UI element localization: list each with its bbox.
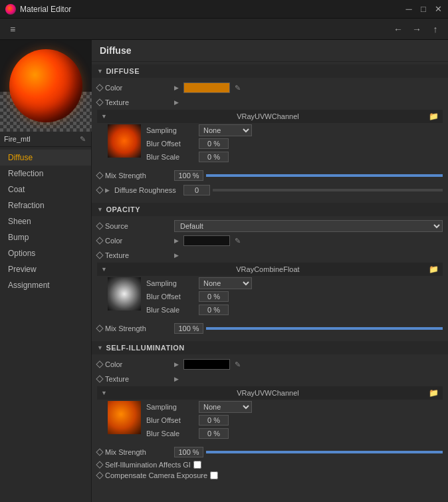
minimize-button[interactable]: ─ (404, 5, 413, 14)
opacity-channel-name: VRayCombineFloat (110, 265, 426, 273)
opacity-blur-scale-value[interactable]: 0 % (199, 305, 229, 315)
diffuse-color-row: Color ▶ ✎ (92, 80, 448, 95)
si-blur-scale-label: Blur Scale (146, 430, 196, 438)
si-channel-dropdown[interactable]: ▼ (101, 390, 107, 396)
sidebar-item-bump[interactable]: Bump (0, 229, 91, 245)
si-affects-gi-checkbox[interactable] (193, 461, 201, 469)
diffuse-texture-expand[interactable]: ▶ (174, 99, 181, 106)
si-sampling-label: Sampling (146, 403, 196, 411)
back-button[interactable]: ← (391, 22, 405, 37)
si-mix-slider[interactable] (206, 451, 443, 453)
section-si-header[interactable]: ▼ SELF-ILLUMINATION (92, 341, 448, 354)
opacity-texture-label: Texture (105, 251, 171, 259)
menu-button[interactable]: ≡ (5, 22, 20, 37)
si-channel-folder-icon[interactable]: 📁 (429, 388, 439, 398)
opacity-source-diamond (96, 222, 103, 229)
si-blur-offset-label: Blur Offset (146, 416, 196, 424)
opacity-mix-label: Mix Strength (105, 324, 171, 332)
sidebar-item-coat[interactable]: Coat (0, 182, 91, 197)
opacity-blur-scale-row: Blur Scale 0 % (146, 304, 443, 316)
opacity-channel-bar: ▼ VRayCombineFloat 📁 (97, 263, 443, 276)
opacity-color-edit-icon[interactable]: ✎ (233, 236, 242, 245)
opacity-channel-dropdown[interactable]: ▼ (101, 266, 107, 273)
section-opacity-header[interactable]: ▼ OPACITY (92, 203, 448, 216)
si-blur-scale-value[interactable]: 0 % (199, 428, 229, 439)
diffuse-color-label: Color (105, 84, 171, 92)
app-icon (5, 4, 16, 15)
diffuse-collapse-icon: ▼ (97, 68, 103, 74)
diffuse-channel-name: VRayUVWChannel (110, 112, 426, 120)
diffuse-roughness-slider[interactable] (213, 189, 443, 191)
window-title: Material Editor (20, 5, 71, 14)
opacity-mix-slider[interactable] (206, 327, 443, 330)
sidebar-item-reflection[interactable]: Reflection (0, 166, 91, 182)
sidebar-item-refraction[interactable]: Refraction (0, 197, 91, 213)
opacity-section-label: OPACITY (106, 205, 140, 213)
opacity-texture-block: Sampling None Blur Offset 0 % Blur Scale… (92, 276, 448, 321)
close-button[interactable]: ✕ (433, 5, 443, 14)
sidebar-item-sheen[interactable]: Sheen (0, 213, 91, 229)
si-affects-gi-diamond (96, 461, 103, 468)
diffuse-roughness-diamond (96, 186, 103, 193)
diffuse-color-diamond (96, 84, 103, 91)
si-color-edit-icon[interactable]: ✎ (233, 360, 242, 369)
opacity-mix-fill (206, 327, 443, 330)
si-texture-row: Texture ▶ (92, 372, 448, 386)
diffuse-blur-scale-label: Blur Scale (146, 153, 196, 161)
preview-sphere (9, 49, 82, 122)
diffuse-texture-thumb (108, 124, 141, 158)
sidebar-item-assignment[interactable]: Assignment (0, 277, 91, 293)
diffuse-texture-block: Sampling None Blur Offset 0 % Blur Scale… (92, 123, 448, 168)
opacity-texture-expand[interactable]: ▶ (174, 252, 181, 259)
forward-button[interactable]: → (409, 22, 424, 37)
section-diffuse-header[interactable]: ▼ DIFFUSE (92, 64, 448, 78)
diffuse-mix-value[interactable]: 100 % (174, 170, 203, 181)
si-color-label: Color (105, 360, 171, 368)
diffuse-mix-slider[interactable] (206, 174, 443, 177)
opacity-channel-folder-icon[interactable]: 📁 (429, 265, 439, 274)
si-channel-bar: ▼ VRayUVWChannel 📁 (97, 386, 443, 400)
opacity-blur-offset-value[interactable]: 0 % (199, 291, 229, 302)
si-texture-expand[interactable]: ▶ (174, 376, 181, 382)
diffuse-channel-folder-icon[interactable]: 📁 (429, 112, 439, 121)
si-compensate-checkbox[interactable] (210, 471, 218, 479)
up-button[interactable]: ↑ (428, 22, 443, 37)
si-mix-value[interactable]: 100 % (174, 447, 203, 457)
sidebar-item-options[interactable]: Options (0, 245, 91, 261)
content-area: Diffuse ▼ DIFFUSE Color ▶ ✎ Textur (92, 40, 448, 502)
diffuse-color-swatch[interactable] (183, 82, 230, 93)
diffuse-blur-scale-value[interactable]: 0 % (199, 152, 229, 162)
diffuse-roughness-value[interactable]: 0 (183, 185, 210, 195)
diffuse-sampling-select[interactable]: None (199, 124, 252, 136)
si-color-row: Color ▶ ✎ (92, 357, 448, 372)
diffuse-channel-dropdown[interactable]: ▼ (101, 113, 107, 120)
diffuse-blur-offset-value[interactable]: 0 % (199, 138, 229, 149)
diffuse-color-expand[interactable]: ▶ (174, 84, 181, 91)
si-sampling-row: Sampling None (146, 401, 443, 413)
si-blur-offset-value[interactable]: 0 % (199, 415, 229, 426)
opacity-source-select[interactable]: Default (174, 220, 443, 232)
opacity-source-label: Source (105, 222, 171, 230)
sidebar-item-preview[interactable]: Preview (0, 261, 91, 277)
si-texture-thumb (108, 401, 141, 434)
diffuse-color-edit-icon[interactable]: ✎ (233, 83, 242, 92)
si-collapse-icon: ▼ (97, 344, 103, 351)
diffuse-blur-offset-row: Blur Offset 0 % (146, 138, 443, 150)
diffuse-texture-props: Sampling None Blur Offset 0 % Blur Scale… (146, 124, 443, 164)
opacity-mix-value[interactable]: 100 % (174, 323, 203, 334)
maximize-button[interactable]: □ (419, 5, 428, 14)
edit-name-icon[interactable]: ✎ (78, 134, 87, 144)
si-color-swatch[interactable] (183, 359, 230, 370)
diffuse-section-label: DIFFUSE (106, 67, 140, 75)
opacity-blur-scale-label: Blur Scale (146, 306, 196, 314)
window-controls: ─ □ ✕ (404, 5, 443, 14)
title-bar: Material Editor ─ □ ✕ (0, 0, 448, 19)
opacity-color-swatch[interactable] (183, 235, 230, 246)
si-sampling-select[interactable]: None (199, 401, 252, 413)
opacity-sampling-select[interactable]: None (199, 277, 252, 289)
si-compensate-diamond (96, 471, 103, 479)
sidebar-item-diffuse[interactable]: Diffuse (0, 150, 91, 166)
si-color-expand[interactable]: ▶ (174, 361, 181, 368)
diffuse-roughness-expand[interactable]: ▶ (105, 187, 112, 193)
opacity-color-expand[interactable]: ▶ (174, 237, 181, 244)
